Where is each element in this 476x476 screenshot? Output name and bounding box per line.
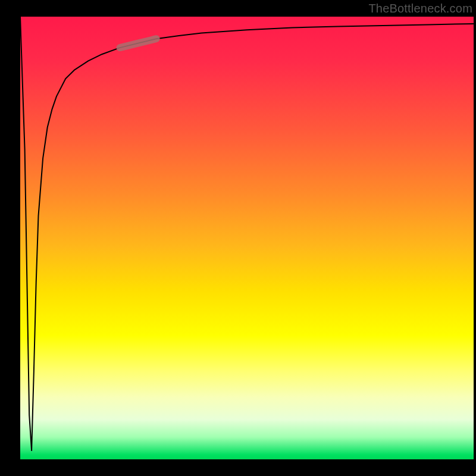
- watermark-text: TheBottleneck.com: [368, 2, 472, 15]
- chart-plot-area: [20, 17, 474, 459]
- chart-curve-svg: [20, 17, 474, 459]
- chart-highlight-segment: [120, 39, 156, 48]
- chart-main-curve: [20, 17, 474, 450]
